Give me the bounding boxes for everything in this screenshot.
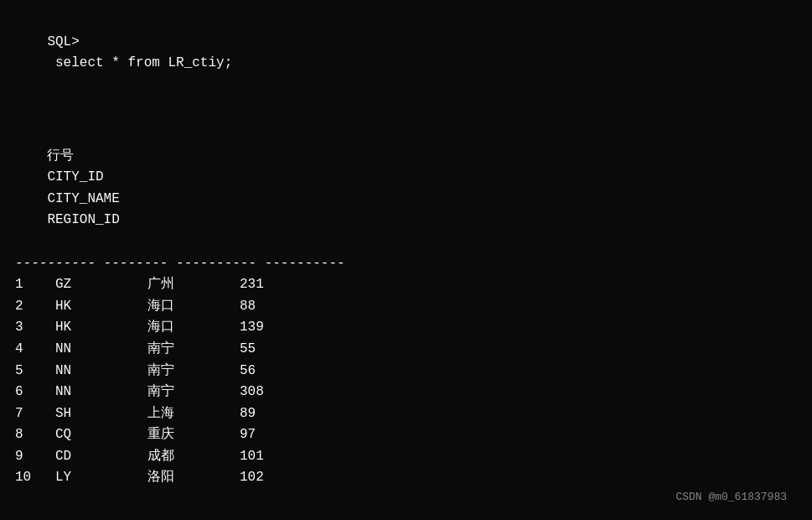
cell-cityid: NN [55,339,147,361]
cell-cityname: 洛阳 [147,467,240,489]
cell-cityid: NN [55,361,147,382]
cell-rownum: 9 [15,446,55,468]
prompt-label: SQL> [47,34,79,49]
col-regionid-header: REGION_ID [47,210,119,231]
cell-regionid: 88 [240,296,256,318]
table-row: 9CD成都101 [15,446,797,468]
cell-rownum: 3 [15,317,55,339]
cell-regionid: 89 [240,403,256,425]
cell-cityname: 上海 [147,403,240,425]
col-cityid-header: CITY_ID [47,167,139,189]
cell-regionid: 97 [240,424,256,446]
data-rows-container: 1GZ广州2312HK海口883HK海口1394NN南宁555NN南宁566NN… [15,274,797,489]
watermark: CSDN @m0_61837983 [675,491,787,503]
cell-rownum: 7 [15,403,55,425]
cell-regionid: 139 [240,317,264,339]
cell-cityname: 南宁 [147,361,240,382]
table-row: 2HK海口88 [15,296,797,318]
cell-regionid: 55 [240,339,256,361]
table-row: 3HK海口139 [15,317,797,339]
cell-rownum: 5 [15,361,55,382]
cell-rownum: 1 [15,274,55,296]
cell-regionid: 56 [240,361,256,382]
cell-cityname: 重庆 [147,424,240,446]
command-line: SQL> select * from LR_ctiy; [15,10,797,96]
cell-regionid: 231 [240,274,264,296]
col-cityname-header: CITY_NAME [47,189,139,211]
command-text [47,55,55,70]
col-rownum-header: 行号 [47,146,87,168]
table-row: 4NN南宁55 [15,339,797,361]
summary-line: 10 rows got [15,517,797,520]
sql-command: select * from LR_ctiy; [55,55,232,70]
cell-cityid: CD [55,446,147,468]
table-row: 8CQ重庆97 [15,424,797,446]
table-row: 10LY洛阳102 [15,467,797,489]
cell-cityid: GZ [55,274,147,296]
cell-cityid: CQ [55,424,147,446]
cell-cityname: 南宁 [147,339,240,361]
cell-rownum: 10 [15,467,55,489]
table-row: 1GZ广州231 [15,274,797,296]
cell-regionid: 102 [240,467,264,489]
cell-cityname: 成都 [147,446,240,468]
cell-cityname: 南宁 [147,382,240,403]
table-header: 行号 CITY_ID CITY_NAME REGION_ID [15,124,797,253]
spacer-1 [15,96,797,117]
cell-cityname: 海口 [147,317,240,339]
cell-rownum: 6 [15,382,55,403]
table-row: 6NN南宁308 [15,382,797,403]
cell-cityname: 广州 [147,274,240,296]
terminal-window: SQL> select * from LR_ctiy; 行号 CITY_ID C… [15,10,797,510]
cell-rownum: 8 [15,424,55,446]
cell-rownum: 4 [15,339,55,361]
table-row: 5NN南宁56 [15,361,797,382]
cell-cityid: NN [55,382,147,403]
separator-line: ---------- -------- ---------- ---------… [15,253,797,275]
cell-cityid: SH [55,403,147,425]
cell-cityid: LY [55,467,147,489]
cell-cityname: 海口 [147,296,240,318]
table-row: 7SH上海89 [15,403,797,425]
cell-rownum: 2 [15,296,55,318]
cell-regionid: 101 [240,446,264,468]
cell-cityid: HK [55,317,147,339]
cell-cityid: HK [55,296,147,318]
cell-regionid: 308 [240,382,264,403]
